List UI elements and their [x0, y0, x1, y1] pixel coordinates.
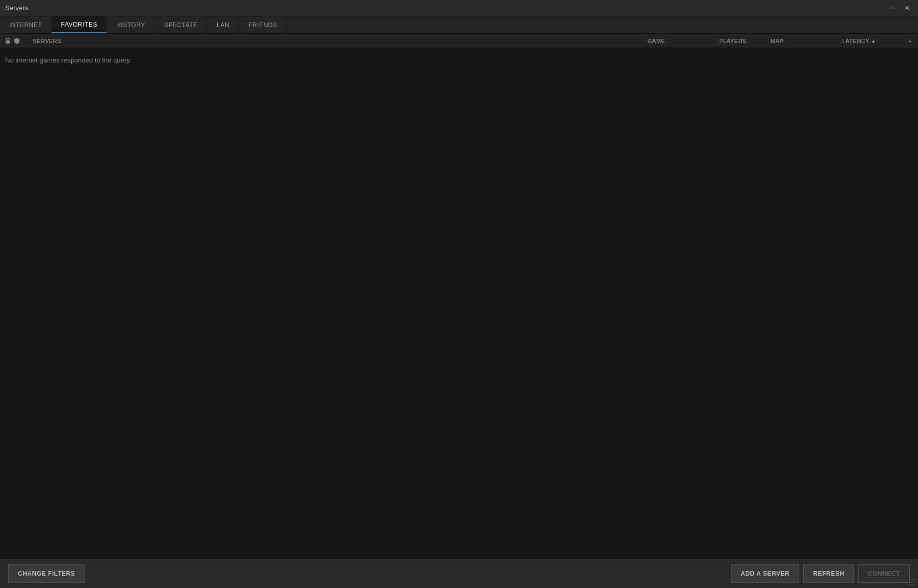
resize-handle [909, 579, 916, 586]
server-list-area: No internet games responded to the query… [0, 48, 918, 558]
col-header-servers[interactable]: SERVERS [33, 38, 648, 44]
lock-icon [4, 37, 11, 45]
tab-spectate[interactable]: SPECTATE [155, 16, 207, 33]
column-headers: SERVERS GAME PLAYERS MAP LATENCY ▲ + [0, 34, 918, 48]
footer: CHANGE FILTERS ADD A SERVER REFRESH CONN… [0, 558, 918, 588]
col-header-map[interactable]: MAP [770, 38, 842, 44]
tab-internet[interactable]: INTERNET [0, 16, 52, 33]
tab-friends[interactable]: FRIENDS [239, 16, 287, 33]
col-icons-area [2, 37, 33, 45]
col-header-latency[interactable]: LATENCY ▲ [842, 38, 904, 44]
footer-left: CHANGE FILTERS [8, 564, 85, 583]
add-server-button[interactable]: ADD A SERVER [731, 564, 800, 583]
minimize-button[interactable]: − [887, 3, 899, 14]
tab-history[interactable]: HISTORY [107, 16, 155, 33]
col-header-game[interactable]: GAME [648, 38, 719, 44]
change-filters-button[interactable]: CHANGE FILTERS [8, 564, 85, 583]
tab-lan[interactable]: LAN [207, 16, 239, 33]
col-add-button[interactable]: + [904, 37, 916, 45]
sort-arrow-icon: ▲ [871, 38, 875, 44]
refresh-button[interactable]: REFRESH [803, 564, 854, 583]
close-button[interactable]: × [902, 3, 913, 14]
empty-message: No internet games responded to the query… [0, 48, 918, 72]
connect-button[interactable]: CONNECT [858, 564, 910, 583]
window-title: Servers [5, 4, 28, 12]
footer-right: ADD A SERVER REFRESH CONNECT [731, 564, 910, 583]
col-header-players[interactable]: PLAYERS [719, 38, 770, 44]
tab-favorites[interactable]: FAVORITES [52, 16, 107, 33]
shield-icon [13, 37, 20, 45]
title-bar: Servers − × [0, 0, 918, 16]
tab-bar: INTERNET FAVORITES HISTORY SPECTATE LAN … [0, 16, 918, 34]
svg-rect-0 [6, 40, 10, 44]
window-controls: − × [887, 3, 913, 14]
